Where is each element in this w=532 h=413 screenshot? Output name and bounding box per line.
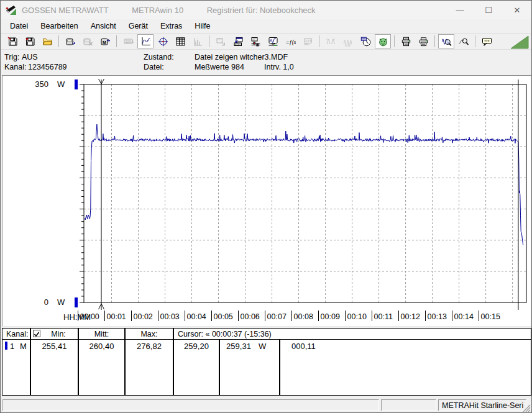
menu-item-extras[interactable]: Extras: [156, 20, 186, 32]
hint-tooltip-icon: [482, 37, 492, 47]
x-tick-mark: [398, 311, 399, 321]
zoom-waveform-icon: [441, 37, 452, 47]
x-tick-mark: [425, 311, 426, 321]
row-extra-value: 000,11: [291, 342, 316, 351]
toolbar-group: [397, 34, 432, 48]
zoom-waveform-button[interactable]: [438, 34, 454, 48]
online-monitor-button[interactable]: [265, 34, 281, 48]
x-tick-mark: [211, 311, 212, 321]
view-table-button[interactable]: [172, 34, 188, 48]
device-disconnect-icon: [83, 37, 93, 47]
x-tick-mark: [78, 311, 78, 321]
device-name-text: METRAHit Starline-Seri: [442, 401, 523, 410]
menu-item-bearbeiten[interactable]: Bearbeiten: [36, 20, 82, 32]
read-from-device-icon: M: [100, 37, 111, 47]
row-channel-number: 1: [10, 342, 14, 351]
status-panel-middle: [381, 399, 436, 411]
view-histogram-icon: [193, 37, 203, 47]
x-tick-label: 00:07: [267, 312, 287, 321]
import-from-device-button[interactable]: [230, 34, 246, 48]
svg-text:123: 123: [305, 39, 311, 43]
view-crosshair-icon: [158, 37, 168, 47]
x-tick-label: 00:15: [481, 312, 500, 321]
x-tick-label: 00:01: [107, 312, 126, 321]
status-panel-device: METRAHit Starline-Seri: [438, 399, 526, 411]
toolbar-group: =ƒ(x)123: [212, 34, 316, 48]
col-header-kanal: Kanal:: [6, 330, 28, 338]
row-cursor-a-value: 259,20: [174, 342, 219, 351]
col-header-mitt: Mitt:: [79, 330, 124, 338]
x-tick-label: 00:00: [80, 312, 99, 321]
x-tick-label: 00:13: [428, 312, 447, 321]
svg-text:=ƒ(x): =ƒ(x): [286, 39, 296, 45]
minimize-button[interactable]: —: [446, 1, 474, 19]
save-file-icon: [7, 37, 18, 47]
zustand-value: Datei zeigen witcher3.MDF: [195, 53, 288, 61]
menu-item-ansicht[interactable]: Ansicht: [86, 20, 121, 32]
hint-tooltip-button[interactable]: [479, 34, 495, 48]
app-window: GOSSEN METRAWATT METRAwin 10 Registriert…: [0, 0, 532, 413]
zustand-label: Zustand:: [144, 53, 174, 61]
x-tick-label: 00:02: [134, 312, 153, 321]
x-tick-label: 00:12: [401, 312, 420, 321]
x-tick-mark: [158, 311, 158, 321]
display-settings-button: 123: [300, 34, 316, 48]
y-axis-value-label: 350: [21, 79, 48, 89]
measurement-info-strip: Trig: AUS Kanal: 123456789 Zustand: Date…: [1, 50, 531, 74]
app-logo-icon: [6, 4, 17, 16]
x-tick-mark: [452, 311, 452, 321]
wave-continuous-icon: [343, 37, 354, 47]
timed-measurement-button[interactable]: [357, 34, 374, 48]
toolbar-group: [478, 34, 495, 48]
title-bar: GOSSEN METRAWATT METRAwin 10 Registriert…: [1, 1, 531, 19]
row-cursor-b-unit: W: [259, 342, 266, 351]
save-file-as-button[interactable]: [22, 34, 38, 48]
formula-fx-button[interactable]: =ƒ(x): [282, 34, 298, 48]
x-tick-mark: [265, 311, 265, 321]
save-file-button[interactable]: [4, 34, 21, 48]
close-button[interactable]: ✕: [503, 1, 531, 19]
checkbox-checked-icon: [34, 331, 40, 337]
svg-text:123.1: 123.1: [125, 39, 134, 43]
open-file-icon: [42, 37, 53, 47]
maximize-button[interactable]: ☐: [474, 1, 503, 19]
menu-bar: DateiBearbeitenAnsichtGerätExtrasHilfe: [1, 19, 531, 33]
chart-canvas: [2, 76, 531, 326]
read-from-device-button[interactable]: M: [97, 34, 113, 48]
measurement-table: Kanal: Min: Mitt: Max: Cursor: « 00:00:3…: [2, 328, 531, 396]
toolbar-group: M: [62, 34, 114, 48]
view-chart-yt-button[interactable]: [137, 34, 154, 48]
wave-single-button: [323, 34, 339, 48]
device-configuration-button[interactable]: [247, 34, 264, 48]
datei-label: Datei:: [144, 63, 164, 71]
table-divider: [279, 339, 280, 395]
row-mitt-value: 260,40: [79, 342, 124, 351]
menu-item-gert[interactable]: Gerät: [124, 20, 152, 32]
menu-item-datei[interactable]: Datei: [6, 20, 32, 32]
send-to-device-button[interactable]: [62, 34, 78, 48]
print-button[interactable]: [415, 34, 431, 48]
trig-label: Trig:: [4, 53, 20, 61]
multimeter-display-icon: 123.1: [123, 37, 134, 47]
timed-measurement-icon: [360, 37, 371, 47]
zoom-curve-button[interactable]: [456, 34, 472, 48]
print-preview-button[interactable]: [398, 34, 414, 48]
open-file-button[interactable]: [39, 34, 55, 48]
view-crosshair-button[interactable]: [155, 34, 171, 48]
y-axis-unit-label: W: [57, 79, 65, 89]
plot-border: [84, 84, 526, 302]
interval-value: Intrv. 1,0: [264, 63, 294, 71]
zoom-curve-icon: [459, 37, 469, 47]
x-tick-label: 00:04: [187, 312, 206, 321]
x-tick-label: 00:14: [454, 312, 474, 321]
resize-grip[interactable]: [523, 404, 531, 412]
live-monitor-icon: [378, 37, 388, 47]
col-header-cursor: Cursor: « 00:00:37 (-15:36): [178, 330, 272, 338]
svg-text:M: M: [103, 40, 106, 44]
trig-value: AUS: [22, 53, 38, 61]
menu-item-hilfe[interactable]: Hilfe: [190, 20, 214, 32]
y-axis-unit-label: W: [57, 297, 65, 307]
title-registration: Registriert für: Notebookcheck: [207, 6, 316, 15]
x-tick-mark: [131, 311, 132, 321]
live-monitor-button[interactable]: [375, 34, 391, 48]
